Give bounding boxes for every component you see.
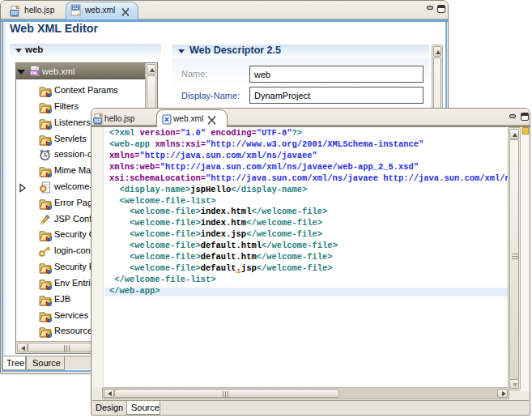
svg-text:XML: XML xyxy=(30,71,38,75)
svg-text:JSP: JSP xyxy=(93,118,101,123)
svg-text:JSP: JSP xyxy=(10,11,18,15)
